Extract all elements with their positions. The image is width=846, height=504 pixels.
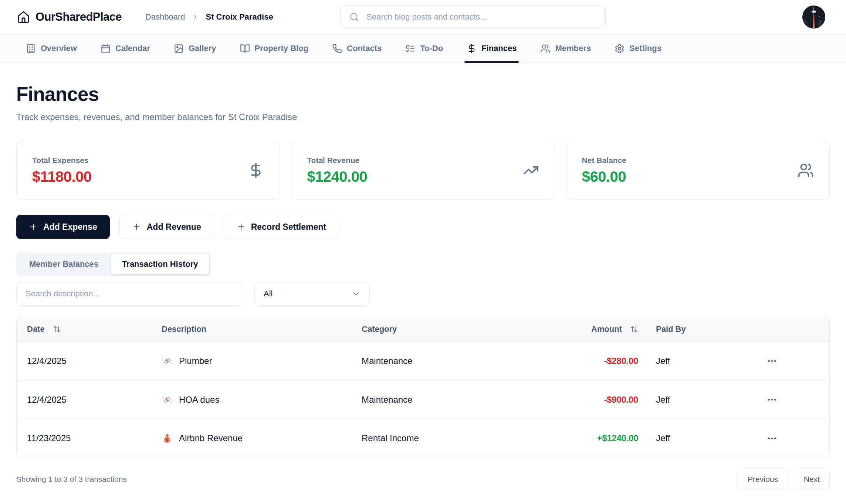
table-footer: Showing 1 to 3 of 3 transactions Previou… <box>16 469 830 490</box>
calendar-icon <box>101 44 111 54</box>
tab-transaction-history[interactable]: Transaction History <box>111 254 209 274</box>
money-wings-icon <box>162 394 173 405</box>
stat-value: $1180.00 <box>32 168 92 185</box>
global-search-input[interactable] <box>366 12 596 22</box>
cell-paid-by: Jeff <box>638 356 757 366</box>
ellipsis-icon <box>767 395 777 405</box>
main-nav: Overview Calendar Gallery Property Blog … <box>0 34 846 63</box>
pagination: Previous Next <box>738 469 830 490</box>
column-amount: Amount <box>591 324 622 334</box>
cell-amount: -$900.00 <box>558 395 638 405</box>
breadcrumb: Dashboard St Croix Paradise <box>145 12 273 22</box>
dollar-icon <box>248 162 264 178</box>
money-wings-icon <box>162 355 173 367</box>
sort-date-icon[interactable] <box>53 325 61 333</box>
money-bag-icon: $ <box>162 433 173 444</box>
tab-member-balances[interactable]: Member Balances <box>18 254 109 274</box>
stat-label: Total Revenue <box>307 156 367 165</box>
home-icon <box>17 11 30 24</box>
app-name: OurSharedPlace <box>35 10 122 24</box>
table-body: 12/4/2025 Plumber Maintenance -$280.00 J… <box>17 342 829 457</box>
cell-description: HOA dues <box>153 394 354 405</box>
phone-icon <box>332 44 342 54</box>
user-avatar[interactable] <box>802 6 825 28</box>
app-header: OurSharedPlace Dashboard St Croix Paradi… <box>0 0 846 34</box>
trending-up-icon <box>523 162 539 178</box>
nav-tab-contacts[interactable]: Contacts <box>332 34 382 62</box>
next-button[interactable]: Next <box>794 469 830 490</box>
cell-paid-by: Jeff <box>638 395 757 405</box>
main-content: Finances Track expenses, revenues, and m… <box>0 83 846 490</box>
add-revenue-button[interactable]: Add Revenue <box>119 215 214 239</box>
ellipsis-icon <box>767 433 777 443</box>
column-category: Category <box>362 324 397 334</box>
stat-card-total-expenses: Total Expenses $1180.00 <box>16 141 280 200</box>
column-paid-by: Paid By <box>656 324 686 334</box>
page-subtitle: Track expenses, revenues, and member bal… <box>16 112 830 122</box>
row-menu-button[interactable] <box>762 353 782 369</box>
transactions-table: Date Description Category Amount Paid By <box>16 317 830 457</box>
cell-description: $ Airbnb Revenue <box>153 433 354 444</box>
cell-date: 12/4/2025 <box>17 395 153 405</box>
users-icon <box>540 44 550 54</box>
global-search <box>340 5 606 29</box>
users-icon <box>798 162 814 178</box>
actions-row: Add Expense Add Revenue Record Settlemen… <box>16 215 830 239</box>
stats-row: Total Expenses $1180.00 Total Revenue $1… <box>16 141 830 200</box>
nav-tab-gallery[interactable]: Gallery <box>174 34 216 62</box>
breadcrumb-dashboard[interactable]: Dashboard <box>145 12 185 22</box>
results-summary: Showing 1 to 3 of 3 transactions <box>16 475 127 484</box>
cell-amount: +$1240.00 <box>558 433 638 443</box>
settings-icon <box>615 44 625 54</box>
stat-value: $60.00 <box>582 168 626 185</box>
ellipsis-icon <box>767 356 777 366</box>
table-row: 11/23/2025 $ Airbnb Revenue Rental Incom… <box>17 419 829 457</box>
row-menu-button[interactable] <box>762 392 782 408</box>
plus-icon <box>29 222 38 231</box>
column-date: Date <box>27 324 45 334</box>
plus-icon <box>237 222 246 231</box>
stat-value: $1240.00 <box>307 168 367 185</box>
cell-description: Plumber <box>153 355 354 367</box>
nav-tab-finances[interactable]: Finances <box>467 34 517 62</box>
add-expense-button[interactable]: Add Expense <box>16 215 110 239</box>
stat-card-total-revenue: Total Revenue $1240.00 <box>291 141 555 200</box>
sort-amount-icon[interactable] <box>630 325 638 333</box>
table-header: Date Description Category Amount Paid By <box>17 317 829 342</box>
stat-card-net-balance: Net Balance $60.00 <box>566 141 830 200</box>
breadcrumb-current: St Croix Paradise <box>206 12 273 22</box>
search-icon <box>349 12 359 22</box>
nav-tab-to-do[interactable]: To-Do <box>405 34 443 62</box>
nav-tab-overview[interactable]: Overview <box>26 34 77 62</box>
cell-category: Maintenance <box>354 395 558 405</box>
stat-label: Net Balance <box>582 156 626 165</box>
image-icon <box>174 44 184 54</box>
column-description: Description <box>162 324 206 334</box>
stat-label: Total Expenses <box>32 156 92 165</box>
cell-amount: -$280.00 <box>558 356 638 366</box>
nav-tab-property-blog[interactable]: Property Blog <box>240 34 308 62</box>
previous-button[interactable]: Previous <box>738 469 788 490</box>
app-logo[interactable]: OurSharedPlace <box>17 10 122 24</box>
nav-tab-settings[interactable]: Settings <box>615 34 661 62</box>
cell-date: 12/4/2025 <box>17 356 153 366</box>
record-settlement-button[interactable]: Record Settlement <box>224 215 339 239</box>
row-menu-button[interactable] <box>762 430 782 446</box>
dollar-icon <box>467 44 477 54</box>
nav-tab-calendar[interactable]: Calendar <box>101 34 150 62</box>
building-icon <box>26 44 36 54</box>
category-filter-select[interactable]: All <box>254 282 370 306</box>
svg-text:$: $ <box>166 437 168 442</box>
avatar-image <box>802 6 825 28</box>
cell-date: 11/23/2025 <box>17 433 153 443</box>
category-filter-value: All <box>264 289 273 299</box>
cell-category: Rental Income <box>354 433 558 443</box>
list-todo-icon <box>405 44 415 54</box>
page-title: Finances <box>16 83 830 105</box>
plus-icon <box>132 222 141 231</box>
nav-tab-members[interactable]: Members <box>540 34 591 62</box>
table-row: 12/4/2025 HOA dues Maintenance -$900.00 … <box>17 380 829 419</box>
description-search-input[interactable] <box>16 282 243 306</box>
cell-paid-by: Jeff <box>638 433 757 443</box>
filters-row: All <box>16 282 830 306</box>
